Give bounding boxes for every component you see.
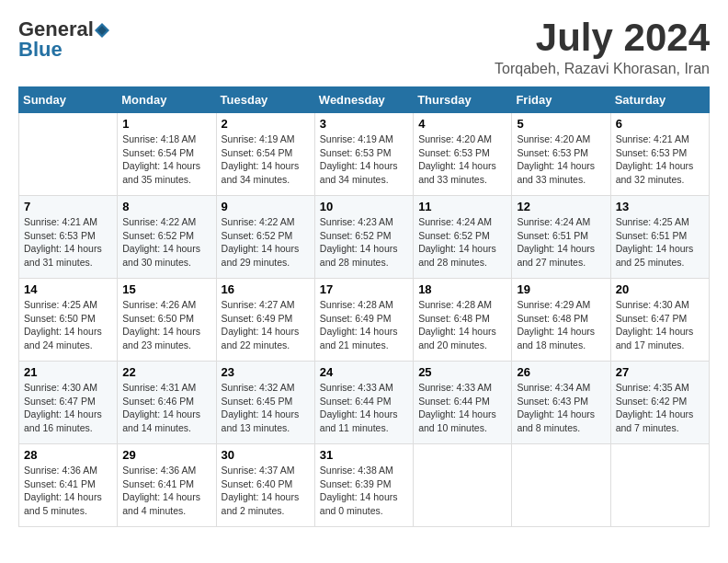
day-number: 17 bbox=[320, 282, 408, 296]
day-number: 31 bbox=[320, 448, 408, 462]
day-content: Sunrise: 4:20 AMSunset: 6:53 PMDaylight:… bbox=[517, 132, 605, 187]
day-content: Sunrise: 4:30 AMSunset: 6:47 PMDaylight:… bbox=[616, 298, 704, 352]
day-number: 9 bbox=[222, 200, 310, 213]
day-content: Sunrise: 4:33 AMSunset: 6:44 PMDaylight:… bbox=[418, 381, 506, 435]
day-content: Sunrise: 4:33 AMSunset: 6:44 PMDaylight:… bbox=[320, 381, 408, 435]
day-number: 3 bbox=[320, 117, 408, 131]
day-content: Sunrise: 4:22 AMSunset: 6:52 PMDaylight:… bbox=[222, 215, 310, 270]
page-header: General Blue July 2024 Torqabeh, Razavi … bbox=[18, 18, 710, 77]
calendar-day-15: 15Sunrise: 4:26 AMSunset: 6:50 PMDayligh… bbox=[118, 279, 216, 362]
day-content: Sunrise: 4:26 AMSunset: 6:50 PMDaylight:… bbox=[122, 298, 210, 352]
day-content: Sunrise: 4:28 AMSunset: 6:49 PMDaylight:… bbox=[320, 298, 408, 352]
calendar-table: SundayMondayTuesdayWednesdayThursdayFrid… bbox=[18, 86, 710, 527]
day-content: Sunrise: 4:27 AMSunset: 6:49 PMDaylight:… bbox=[222, 298, 310, 352]
calendar-week-4: 21Sunrise: 4:30 AMSunset: 6:47 PMDayligh… bbox=[19, 362, 710, 444]
day-number: 6 bbox=[616, 117, 704, 131]
day-content: Sunrise: 4:35 AMSunset: 6:42 PMDaylight:… bbox=[616, 381, 704, 435]
calendar-day-3: 3Sunrise: 4:19 AMSunset: 6:53 PMDaylight… bbox=[314, 113, 413, 196]
day-number: 18 bbox=[418, 282, 506, 296]
day-content: Sunrise: 4:38 AMSunset: 6:39 PMDaylight:… bbox=[320, 464, 408, 518]
calendar-day-21: 21Sunrise: 4:30 AMSunset: 6:47 PMDayligh… bbox=[19, 362, 118, 444]
calendar-day-8: 8Sunrise: 4:22 AMSunset: 6:52 PMDaylight… bbox=[118, 196, 216, 279]
calendar-day-31: 31Sunrise: 4:38 AMSunset: 6:39 PMDayligh… bbox=[314, 444, 413, 527]
day-number: 22 bbox=[122, 365, 210, 379]
calendar-day-12: 12Sunrise: 4:24 AMSunset: 6:51 PMDayligh… bbox=[512, 196, 610, 279]
day-content: Sunrise: 4:31 AMSunset: 6:46 PMDaylight:… bbox=[122, 381, 210, 435]
day-number: 12 bbox=[517, 200, 605, 213]
col-header-wednesday: Wednesday bbox=[314, 87, 413, 113]
day-number: 4 bbox=[418, 117, 506, 131]
day-content: Sunrise: 4:28 AMSunset: 6:48 PMDaylight:… bbox=[418, 298, 506, 352]
calendar-week-3: 14Sunrise: 4:25 AMSunset: 6:50 PMDayligh… bbox=[19, 279, 710, 362]
calendar-day-2: 2Sunrise: 4:19 AMSunset: 6:54 PMDaylight… bbox=[216, 113, 314, 196]
col-header-tuesday: Tuesday bbox=[216, 87, 314, 113]
day-content: Sunrise: 4:30 AMSunset: 6:47 PMDaylight:… bbox=[24, 381, 112, 435]
calendar-day-26: 26Sunrise: 4:34 AMSunset: 6:43 PMDayligh… bbox=[512, 362, 610, 444]
col-header-friday: Friday bbox=[512, 87, 610, 113]
month-title: July 2024 bbox=[495, 18, 710, 57]
calendar-day-17: 17Sunrise: 4:28 AMSunset: 6:49 PMDayligh… bbox=[314, 279, 413, 362]
logo: General Blue bbox=[18, 18, 110, 61]
day-content: Sunrise: 4:24 AMSunset: 6:51 PMDaylight:… bbox=[517, 215, 605, 270]
calendar-day-23: 23Sunrise: 4:32 AMSunset: 6:45 PMDayligh… bbox=[216, 362, 314, 444]
calendar-day-4: 4Sunrise: 4:20 AMSunset: 6:53 PMDaylight… bbox=[414, 113, 512, 196]
calendar-day-10: 10Sunrise: 4:23 AMSunset: 6:52 PMDayligh… bbox=[314, 196, 413, 279]
day-number: 14 bbox=[24, 282, 112, 296]
day-number: 30 bbox=[222, 448, 310, 462]
calendar-day-1: 1Sunrise: 4:18 AMSunset: 6:54 PMDaylight… bbox=[118, 113, 216, 196]
day-content: Sunrise: 4:25 AMSunset: 6:50 PMDaylight:… bbox=[24, 298, 112, 352]
day-number: 27 bbox=[616, 365, 704, 379]
day-number: 10 bbox=[320, 200, 408, 213]
day-number: 20 bbox=[616, 282, 704, 296]
col-header-saturday: Saturday bbox=[610, 87, 709, 113]
calendar-day-28: 28Sunrise: 4:36 AMSunset: 6:41 PMDayligh… bbox=[19, 444, 118, 527]
day-content: Sunrise: 4:19 AMSunset: 6:53 PMDaylight:… bbox=[320, 132, 408, 187]
day-number: 23 bbox=[222, 365, 310, 379]
calendar-day-13: 13Sunrise: 4:25 AMSunset: 6:51 PMDayligh… bbox=[610, 196, 709, 279]
day-content: Sunrise: 4:36 AMSunset: 6:41 PMDaylight:… bbox=[122, 464, 210, 518]
calendar-day-20: 20Sunrise: 4:30 AMSunset: 6:47 PMDayligh… bbox=[610, 279, 709, 362]
day-number: 19 bbox=[517, 282, 605, 296]
day-content: Sunrise: 4:34 AMSunset: 6:43 PMDaylight:… bbox=[517, 381, 605, 435]
calendar-day-22: 22Sunrise: 4:31 AMSunset: 6:46 PMDayligh… bbox=[118, 362, 216, 444]
calendar-day-25: 25Sunrise: 4:33 AMSunset: 6:44 PMDayligh… bbox=[414, 362, 512, 444]
empty-cell bbox=[512, 444, 610, 527]
day-number: 16 bbox=[222, 282, 310, 296]
day-number: 7 bbox=[24, 200, 112, 213]
calendar-day-9: 9Sunrise: 4:22 AMSunset: 6:52 PMDaylight… bbox=[216, 196, 314, 279]
empty-cell bbox=[610, 444, 709, 527]
day-number: 8 bbox=[122, 200, 210, 213]
day-content: Sunrise: 4:21 AMSunset: 6:53 PMDaylight:… bbox=[616, 132, 704, 187]
calendar-header-row: SundayMondayTuesdayWednesdayThursdayFrid… bbox=[19, 87, 710, 113]
title-section: July 2024 Torqabeh, Razavi Khorasan, Ira… bbox=[495, 18, 710, 77]
calendar-day-30: 30Sunrise: 4:37 AMSunset: 6:40 PMDayligh… bbox=[216, 444, 314, 527]
calendar-day-18: 18Sunrise: 4:28 AMSunset: 6:48 PMDayligh… bbox=[414, 279, 512, 362]
location: Torqabeh, Razavi Khorasan, Iran bbox=[495, 61, 710, 77]
day-number: 11 bbox=[418, 200, 506, 213]
day-number: 5 bbox=[517, 117, 605, 131]
calendar-day-27: 27Sunrise: 4:35 AMSunset: 6:42 PMDayligh… bbox=[610, 362, 709, 444]
day-content: Sunrise: 4:19 AMSunset: 6:54 PMDaylight:… bbox=[222, 132, 310, 187]
day-number: 21 bbox=[24, 365, 112, 379]
day-content: Sunrise: 4:18 AMSunset: 6:54 PMDaylight:… bbox=[122, 132, 210, 187]
day-number: 2 bbox=[222, 117, 310, 131]
empty-cell bbox=[19, 113, 118, 196]
empty-cell bbox=[414, 444, 512, 527]
day-content: Sunrise: 4:24 AMSunset: 6:52 PMDaylight:… bbox=[418, 215, 506, 270]
day-number: 25 bbox=[418, 365, 506, 379]
calendar-day-11: 11Sunrise: 4:24 AMSunset: 6:52 PMDayligh… bbox=[414, 196, 512, 279]
day-content: Sunrise: 4:25 AMSunset: 6:51 PMDaylight:… bbox=[616, 215, 704, 270]
calendar-day-16: 16Sunrise: 4:27 AMSunset: 6:49 PMDayligh… bbox=[216, 279, 314, 362]
calendar-day-19: 19Sunrise: 4:29 AMSunset: 6:48 PMDayligh… bbox=[512, 279, 610, 362]
day-number: 13 bbox=[616, 200, 704, 213]
calendar-day-29: 29Sunrise: 4:36 AMSunset: 6:41 PMDayligh… bbox=[118, 444, 216, 527]
day-number: 28 bbox=[24, 448, 112, 462]
logo-blue: Blue bbox=[18, 39, 110, 61]
calendar-day-5: 5Sunrise: 4:20 AMSunset: 6:53 PMDaylight… bbox=[512, 113, 610, 196]
calendar-day-14: 14Sunrise: 4:25 AMSunset: 6:50 PMDayligh… bbox=[19, 279, 118, 362]
day-content: Sunrise: 4:21 AMSunset: 6:53 PMDaylight:… bbox=[24, 215, 112, 270]
calendar-day-24: 24Sunrise: 4:33 AMSunset: 6:44 PMDayligh… bbox=[314, 362, 413, 444]
calendar-day-7: 7Sunrise: 4:21 AMSunset: 6:53 PMDaylight… bbox=[19, 196, 118, 279]
day-content: Sunrise: 4:23 AMSunset: 6:52 PMDaylight:… bbox=[320, 215, 408, 270]
day-content: Sunrise: 4:20 AMSunset: 6:53 PMDaylight:… bbox=[418, 132, 506, 187]
